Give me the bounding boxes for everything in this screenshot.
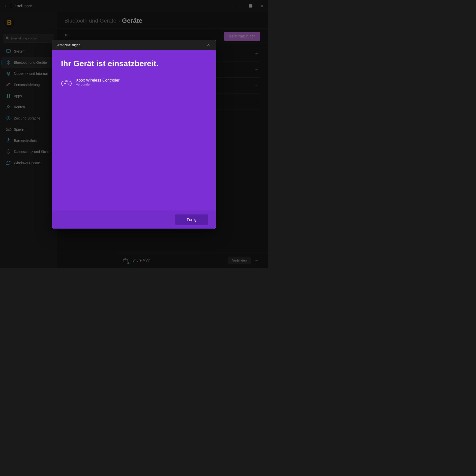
dialog-titlebar: Gerät hinzufügen ✕: [52, 40, 216, 50]
svg-point-27: [68, 84, 69, 85]
device-status: Verbunden: [76, 83, 119, 86]
svg-point-26: [69, 84, 70, 84]
svg-rect-24: [61, 81, 71, 86]
svg-point-25: [68, 83, 69, 84]
xbox-controller-icon: [61, 78, 72, 89]
dialog-body: Ihr Gerät ist einsatzbereit. Xbox Wirele…: [52, 50, 216, 229]
fertig-button[interactable]: Fertig: [175, 214, 208, 225]
dialog-device-row: Xbox Wireless Controller Verbunden: [61, 78, 207, 89]
add-device-dialog: Gerät hinzufügen ✕ Ihr Gerät ist einsatz…: [52, 40, 216, 229]
dialog-close-button[interactable]: ✕: [205, 41, 212, 49]
dialog-device-info: Xbox Wireless Controller Verbunden: [76, 78, 119, 86]
dialog-title: Gerät hinzufügen: [56, 43, 80, 47]
device-name: Xbox Wireless Controller: [76, 78, 119, 83]
dialog-footer: Fertig: [52, 210, 216, 229]
dialog-heading: Ihr Gerät ist einsatzbereit.: [61, 59, 207, 68]
svg-point-28: [67, 84, 68, 84]
